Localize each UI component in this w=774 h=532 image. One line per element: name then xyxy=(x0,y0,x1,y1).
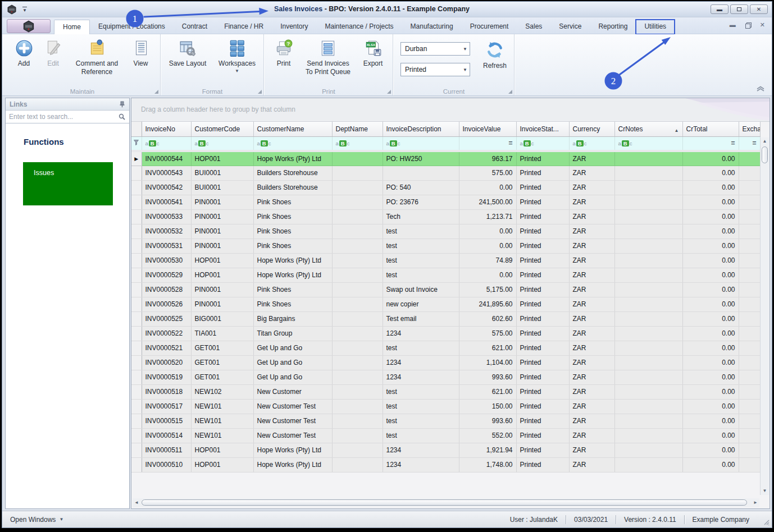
cell-exchang[interactable] xyxy=(739,224,760,239)
cell-invoicestat[interactable]: Printed xyxy=(516,282,569,297)
cell-customername[interactable]: Get Up and Go xyxy=(253,355,332,370)
cell-invoicevalue[interactable]: 1,921.94 xyxy=(459,443,516,457)
cell-invoicestat[interactable]: Printed xyxy=(516,355,569,370)
workspaces-button[interactable]: Workspaces ▼ xyxy=(212,38,262,74)
cell-currency[interactable]: ZAR xyxy=(569,195,614,209)
cell-customername[interactable]: Pink Shoes xyxy=(253,282,332,297)
column-header-invoiceno[interactable]: InvoiceNo xyxy=(142,122,191,136)
open-windows-button[interactable]: Open Windows▼ xyxy=(10,516,63,524)
cell-crnotes[interactable] xyxy=(614,457,682,472)
cell-crnotes[interactable] xyxy=(614,384,682,399)
cell-crtotal[interactable]: 0.00 xyxy=(682,355,739,370)
cell-deptname[interactable] xyxy=(332,326,383,341)
table-row[interactable]: INV0000517NEW101New Customer Testtest150… xyxy=(131,399,760,414)
cell-currency[interactable]: ZAR xyxy=(569,355,614,370)
cell-invoiceno[interactable]: INV0000542 xyxy=(142,180,191,195)
cell-currency[interactable]: ZAR xyxy=(569,224,614,239)
cell-customercode[interactable]: PIN0001 xyxy=(191,239,253,253)
cell-invoicedescription[interactable]: 1234 xyxy=(383,326,459,341)
cell-customername[interactable]: Get Up and Go xyxy=(253,370,332,384)
cell-invoicestat[interactable]: Printed xyxy=(516,151,569,166)
cell-invoicevalue[interactable]: 0.00 xyxy=(459,239,516,253)
cell-exchang[interactable] xyxy=(739,457,760,472)
column-header-deptname[interactable]: DeptName xyxy=(332,122,383,136)
cell-crtotal[interactable]: 0.00 xyxy=(682,428,739,443)
cell-exchang[interactable] xyxy=(739,180,760,195)
status-dropdown[interactable]: Printed ▼ xyxy=(400,63,470,76)
cell-crnotes[interactable] xyxy=(614,414,682,428)
cell-currency[interactable]: ZAR xyxy=(569,414,614,428)
cell-invoicestat[interactable]: Printed xyxy=(516,195,569,209)
cell-customername[interactable]: Hope Works (Pty) Ltd xyxy=(253,443,332,457)
cell-customername[interactable]: Titan Group xyxy=(253,326,332,341)
table-row[interactable]: INV0000522TIA001Titan Group1234575.00Pri… xyxy=(131,326,760,341)
cell-invoicevalue[interactable]: 74.89 xyxy=(459,253,516,268)
pin-icon[interactable] xyxy=(119,101,125,108)
table-row[interactable]: INV0000518NEW102New Customertest621.00Pr… xyxy=(131,384,760,399)
cell-crnotes[interactable] xyxy=(614,428,682,443)
cell-invoiceno[interactable]: INV0000511 xyxy=(142,443,191,457)
maximize-button[interactable] xyxy=(730,4,748,14)
cell-crtotal[interactable]: 0.00 xyxy=(682,209,739,224)
tab-sales[interactable]: Sales xyxy=(517,20,550,34)
cell-deptname[interactable] xyxy=(332,355,383,370)
cell-deptname[interactable] xyxy=(332,282,383,297)
cell-invoiceno[interactable]: INV0000543 xyxy=(142,166,191,180)
cell-currency[interactable]: ZAR xyxy=(569,326,614,341)
cell-crtotal[interactable]: 0.00 xyxy=(682,370,739,384)
cell-customername[interactable]: Pink Shoes xyxy=(253,195,332,209)
cell-customercode[interactable]: BIG0001 xyxy=(191,311,253,326)
table-row[interactable]: INV0000530HOP001Hope Works (Pty) Ltdtest… xyxy=(131,253,760,268)
cell-invoicevalue[interactable]: 0.00 xyxy=(459,180,516,195)
cell-exchang[interactable] xyxy=(739,384,760,399)
minimize-button[interactable]: ▬ xyxy=(711,4,729,14)
cell-exchang[interactable] xyxy=(739,370,760,384)
cell-invoicedescription[interactable]: test xyxy=(383,239,459,253)
cell-exchang[interactable] xyxy=(739,341,760,355)
cell-crnotes[interactable] xyxy=(614,253,682,268)
refresh-button[interactable]: Refresh xyxy=(478,39,512,76)
cell-customercode[interactable]: HOP001 xyxy=(191,151,253,166)
filter-cell-invoicedescription[interactable]: aBc xyxy=(383,136,459,151)
cell-invoicestat[interactable]: Printed xyxy=(516,457,569,472)
cell-currency[interactable]: ZAR xyxy=(569,239,614,253)
cell-invoicestat[interactable]: Printed xyxy=(516,180,569,195)
cell-deptname[interactable] xyxy=(332,311,383,326)
cell-customercode[interactable]: NEW101 xyxy=(191,414,253,428)
cell-invoicestat[interactable]: Printed xyxy=(516,268,569,282)
cell-customercode[interactable]: HOP001 xyxy=(191,253,253,268)
cell-invoicedescription[interactable]: Swap out Invoice xyxy=(383,282,459,297)
cell-crtotal[interactable]: 0.00 xyxy=(682,239,739,253)
table-row[interactable]: INV0000521GET001Get Up and Gotest621.00P… xyxy=(131,341,760,355)
cell-invoiceno[interactable]: INV0000515 xyxy=(142,414,191,428)
cell-invoicedescription[interactable]: Tech xyxy=(383,209,459,224)
cell-invoiceno[interactable]: INV0000532 xyxy=(142,224,191,239)
cell-invoicedescription[interactable]: PO: 540 xyxy=(383,180,459,195)
export-button[interactable]: XLSX Export xyxy=(357,38,389,68)
cell-crnotes[interactable] xyxy=(614,166,682,180)
cell-invoicestat[interactable]: Printed xyxy=(516,239,569,253)
cell-crnotes[interactable] xyxy=(614,282,682,297)
cell-invoicestat[interactable]: Printed xyxy=(516,224,569,239)
quick-access-dropdown-icon[interactable]: ▼ xyxy=(22,7,27,13)
vertical-scrollbar[interactable]: ▲ ▼ xyxy=(760,137,769,495)
cell-invoicedescription[interactable]: test xyxy=(383,253,459,268)
cell-invoicestat[interactable]: Printed xyxy=(516,428,569,443)
cell-invoiceno[interactable]: INV0000517 xyxy=(142,399,191,414)
cell-invoiceno[interactable]: INV0000520 xyxy=(142,355,191,370)
table-row[interactable]: INV0000510HOP001Hope Works (Pty) Ltd1234… xyxy=(131,457,760,472)
cell-deptname[interactable] xyxy=(332,209,383,224)
cell-invoicevalue[interactable]: 552.00 xyxy=(459,428,516,443)
cell-invoicedescription[interactable]: test xyxy=(383,428,459,443)
cell-exchang[interactable] xyxy=(739,195,760,209)
table-row[interactable]: INV0000543BUI0001Builders Storehouse575.… xyxy=(131,166,760,180)
cell-deptname[interactable] xyxy=(332,443,383,457)
cell-invoiceno[interactable]: INV0000525 xyxy=(142,311,191,326)
table-row[interactable]: INV0000532PIN0001Pink Shoestest0.00Print… xyxy=(131,224,760,239)
filter-cell-exchang[interactable]: = xyxy=(739,136,760,151)
cell-invoiceno[interactable]: INV0000514 xyxy=(142,428,191,443)
tab-service[interactable]: Service xyxy=(550,20,590,34)
cell-invoiceno[interactable]: INV0000530 xyxy=(142,253,191,268)
cell-deptname[interactable] xyxy=(332,253,383,268)
cell-invoicestat[interactable]: Printed xyxy=(516,209,569,224)
